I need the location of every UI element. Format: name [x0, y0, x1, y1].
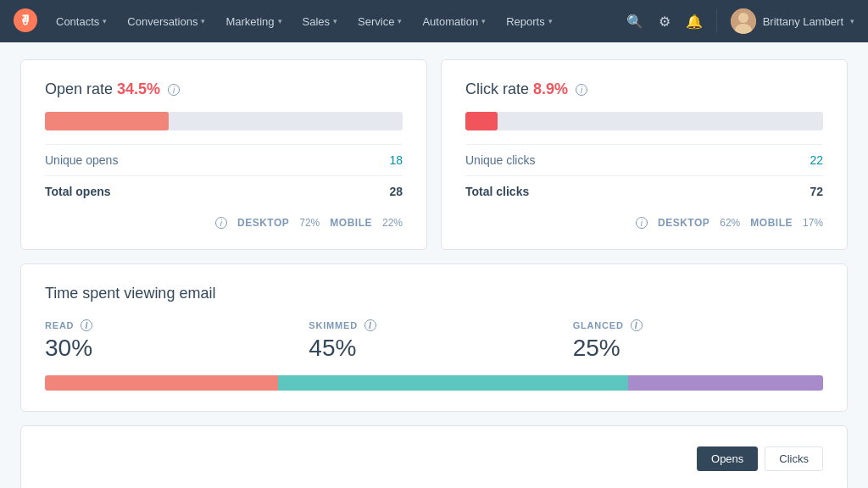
time-stats-row: READ i 30% SKIMMED i 45% GLANCED i 25% — [45, 319, 823, 362]
open-rate-bar-fill — [45, 112, 169, 130]
nav-service[interactable]: Service ▾ — [349, 10, 410, 33]
time-spent-title: Time spent viewing email — [45, 285, 823, 302]
open-rate-value: 34.5% — [117, 80, 160, 97]
user-menu[interactable]: Brittany Lambert ▾ — [731, 8, 854, 34]
metrics-cards-row: Open rate 34.5% i Unique opens 18 Total … — [20, 59, 848, 250]
bottom-card: Opens Clicks — [20, 425, 848, 488]
clicks-button[interactable]: Clicks — [765, 446, 823, 471]
main-content: Open rate 34.5% i Unique opens 18 Total … — [0, 42, 868, 488]
user-name: Brittany Lambert — [763, 15, 843, 28]
skimmed-value: 45% — [309, 335, 559, 362]
chevron-down-icon: ▾ — [201, 17, 205, 25]
click-rate-bar-fill — [465, 112, 498, 130]
open-device-row: i DESKTOP 72% MOBILE 22% — [45, 217, 403, 229]
navbar: Contacts ▾ Conversations ▾ Marketing ▾ S… — [0, 0, 868, 42]
time-spent-card: Time spent viewing email READ i 30% SKIM… — [20, 263, 848, 412]
unique-opens-label: Unique opens — [45, 153, 118, 167]
svg-point-6 — [738, 13, 748, 23]
glanced-info-icon[interactable]: i — [631, 319, 643, 331]
nav-conversations[interactable]: Conversations ▾ — [119, 10, 214, 33]
chevron-down-icon: ▾ — [481, 17, 486, 25]
chevron-down-icon: ▾ — [278, 17, 282, 25]
open-mobile-label: MOBILE — [330, 217, 372, 229]
avatar — [731, 8, 756, 34]
open-rate-card: Open rate 34.5% i Unique opens 18 Total … — [20, 59, 427, 250]
nav-reports[interactable]: Reports ▾ — [498, 10, 561, 33]
click-device-row: i DESKTOP 62% MOBILE 17% — [465, 217, 823, 229]
unique-opens-row: Unique opens 18 — [45, 144, 403, 175]
read-value: 30% — [45, 335, 295, 362]
nav-automation[interactable]: Automation ▾ — [414, 10, 494, 33]
nav-divider — [716, 9, 717, 33]
chevron-down-icon: ▾ — [398, 17, 402, 25]
chevron-down-icon: ▾ — [103, 17, 107, 25]
open-mobile-value: 22% — [382, 217, 403, 229]
read-info-icon[interactable]: i — [81, 319, 92, 331]
nav-marketing[interactable]: Marketing ▾ — [217, 10, 290, 33]
total-opens-value: 28 — [389, 185, 403, 198]
click-rate-card: Click rate 8.9% i Unique clicks 22 Total… — [441, 59, 848, 250]
notifications-icon[interactable]: 🔔 — [686, 14, 703, 30]
skimmed-segment — [278, 375, 628, 391]
click-rate-progress-bar — [465, 112, 823, 130]
nav-actions: 🔍 ⚙ 🔔 — [626, 14, 703, 30]
unique-clicks-label: Unique clicks — [465, 153, 535, 167]
open-rate-progress-bar — [45, 112, 403, 130]
settings-icon[interactable]: ⚙ — [659, 14, 670, 30]
total-clicks-row: Total clicks 72 — [465, 175, 823, 207]
total-clicks-value: 72 — [810, 185, 823, 198]
time-segment-bar — [45, 375, 823, 391]
click-desktop-label: DESKTOP — [658, 217, 709, 229]
glanced-stat: GLANCED i 25% — [573, 319, 823, 362]
open-rate-info-icon[interactable]: i — [168, 84, 180, 96]
read-segment — [45, 375, 278, 391]
click-rate-title: Click rate 8.9% i — [465, 80, 823, 98]
click-device-info-icon[interactable]: i — [636, 217, 648, 229]
open-desktop-value: 72% — [299, 217, 320, 229]
skimmed-stat: SKIMMED i 45% — [309, 319, 559, 362]
chevron-down-icon: ▾ — [548, 17, 553, 25]
chevron-down-icon: ▾ — [333, 17, 337, 25]
glanced-label: GLANCED i — [573, 319, 823, 331]
skimmed-info-icon[interactable]: i — [364, 319, 376, 331]
click-rate-value: 8.9% — [533, 80, 568, 97]
glanced-segment — [628, 375, 823, 391]
opens-button[interactable]: Opens — [697, 446, 758, 471]
skimmed-label: SKIMMED i — [309, 319, 559, 331]
glanced-value: 25% — [573, 335, 823, 362]
hubspot-logo[interactable] — [14, 8, 44, 35]
open-rate-title: Open rate 34.5% i — [45, 80, 403, 98]
click-mobile-value: 17% — [803, 217, 823, 229]
click-desktop-value: 62% — [720, 217, 740, 229]
read-label: READ i — [45, 319, 295, 331]
user-chevron-icon: ▾ — [850, 17, 854, 25]
nav-sales[interactable]: Sales ▾ — [294, 10, 347, 33]
unique-clicks-row: Unique clicks 22 — [465, 144, 823, 175]
total-opens-label: Total opens — [45, 185, 111, 198]
open-device-info-icon[interactable]: i — [215, 217, 227, 229]
total-opens-row: Total opens 28 — [45, 175, 403, 207]
svg-point-2 — [25, 21, 27, 24]
search-icon[interactable]: 🔍 — [626, 14, 643, 30]
read-stat: READ i 30% — [45, 319, 295, 362]
unique-opens-value[interactable]: 18 — [389, 153, 403, 167]
nav-contacts[interactable]: Contacts ▾ — [47, 10, 115, 33]
click-rate-info-icon[interactable]: i — [576, 84, 587, 96]
total-clicks-label: Total clicks — [465, 185, 529, 198]
click-mobile-label: MOBILE — [750, 217, 793, 229]
unique-clicks-value[interactable]: 22 — [810, 153, 823, 167]
open-desktop-label: DESKTOP — [237, 217, 289, 229]
